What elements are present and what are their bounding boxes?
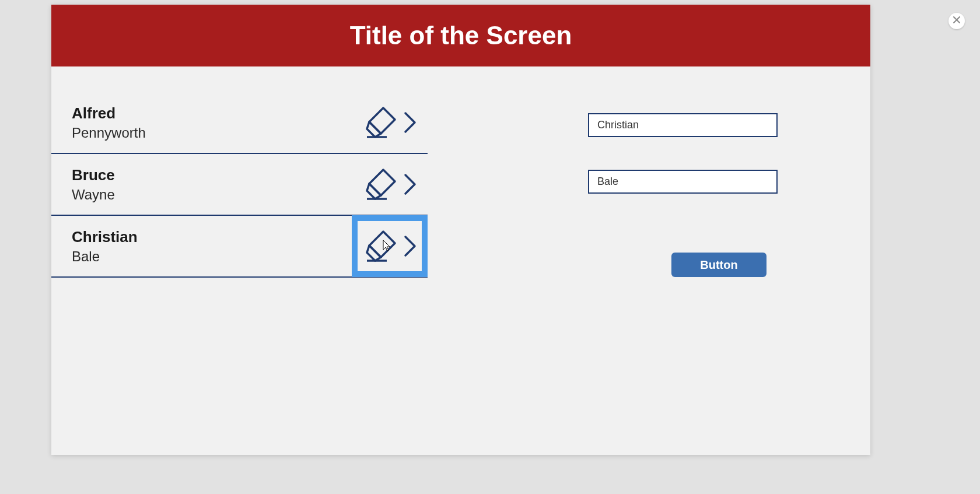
edit-action[interactable] [352,153,428,215]
screen-title: Title of the Screen [350,21,572,50]
chevron-right-icon [403,111,418,134]
modal-dialog: Title of the Screen Alfred Pennyworth [51,5,870,455]
last-name-label: Wayne [72,187,115,203]
close-icon [953,16,961,26]
list-panel: Alfred Pennyworth [51,66,428,278]
eraser-icon [361,165,400,204]
close-button[interactable] [949,13,965,29]
first-name-label: Christian [72,228,138,246]
last-name-label: Pennyworth [72,125,146,141]
last-name-label: Bale [72,248,138,265]
chevron-right-icon [403,173,418,196]
first-name-label: Alfred [72,104,146,122]
screen-header: Title of the Screen [51,5,870,66]
chevron-right-icon [403,234,418,258]
list-item-text: Bruce Wayne [72,166,115,203]
list-item[interactable]: Christian Bale [51,216,428,278]
eraser-icon [361,103,400,142]
first-name-input[interactable] [588,113,778,137]
form-panel: Button [428,66,870,278]
list-item[interactable]: Alfred Pennyworth [51,92,428,154]
last-name-input[interactable] [588,170,778,194]
content-area: Alfred Pennyworth [51,66,870,278]
list-item-text: Alfred Pennyworth [72,104,146,141]
eraser-icon [361,227,400,265]
first-name-label: Bruce [72,166,115,184]
list-item-text: Christian Bale [72,228,138,265]
list-item[interactable]: Bruce Wayne [51,154,428,216]
edit-action[interactable] [352,215,428,277]
edit-action[interactable] [352,92,428,153]
submit-button[interactable]: Button [671,253,766,277]
